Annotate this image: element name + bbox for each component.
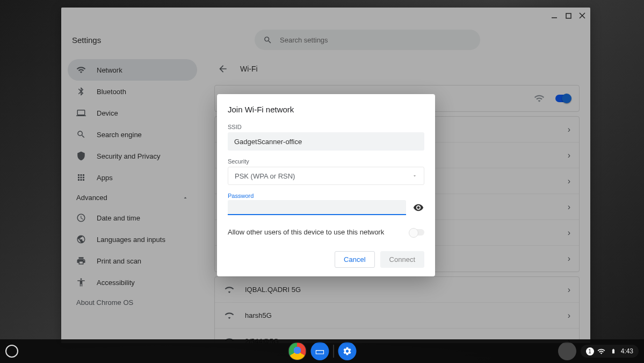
notification-badge: 1	[586, 347, 594, 355]
clock: 4:43	[621, 347, 633, 355]
avatar[interactable]	[558, 342, 576, 360]
files-icon[interactable]: ▭	[310, 342, 329, 360]
chevron-down-icon	[412, 173, 417, 179]
password-label: Password	[228, 193, 424, 199]
ssid-label: SSID	[228, 124, 424, 130]
security-select[interactable]: PSK (WPA or RSN)	[228, 167, 424, 185]
system-tray[interactable]: 1 4:43	[558, 342, 639, 360]
wifi-tray-icon	[597, 347, 606, 355]
share-network-toggle[interactable]	[409, 229, 424, 236]
battery-tray-icon	[609, 347, 618, 355]
connect-button[interactable]: Connect	[380, 251, 424, 268]
ssid-input[interactable]	[228, 132, 424, 151]
launcher-icon[interactable]	[5, 345, 18, 358]
security-label: Security	[228, 158, 424, 165]
dialog-title: Join Wi-Fi network	[228, 105, 424, 114]
cancel-button[interactable]: Cancel	[335, 251, 374, 268]
share-network-label: Allow other users of this device to use …	[228, 228, 384, 236]
join-wifi-dialog: Join Wi-Fi network SSID Security PSK (WP…	[217, 94, 435, 276]
settings-icon[interactable]	[338, 342, 356, 360]
password-input[interactable]	[228, 200, 406, 215]
show-password-icon[interactable]	[413, 202, 424, 213]
chrome-icon[interactable]	[288, 342, 306, 360]
